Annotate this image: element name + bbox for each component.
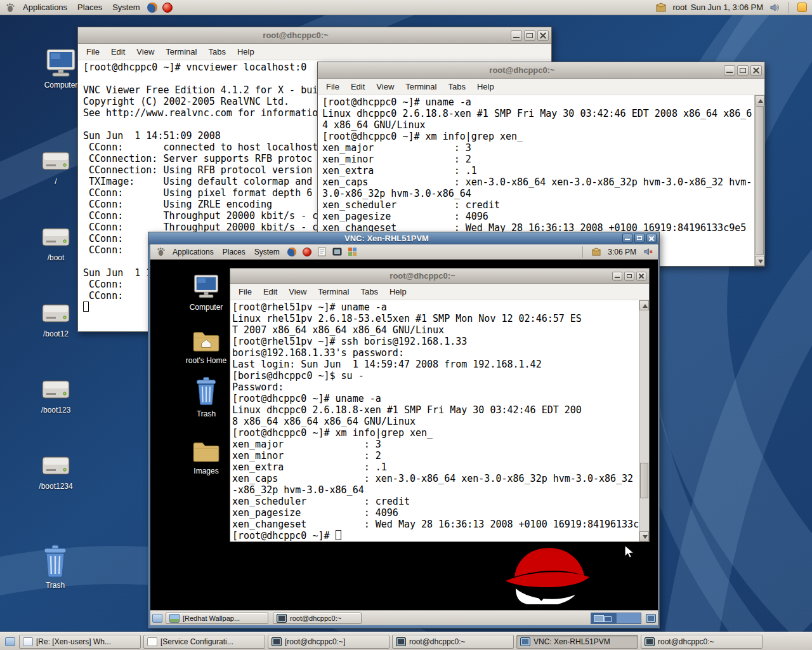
desktop-icon-boot123-volume[interactable]: /boot123 [29,376,82,415]
menu-edit[interactable]: Edit [258,285,283,298]
terminal-launcher-icon[interactable] [331,246,344,258]
desktop-icon-boot12-volume[interactable]: /boot12 [29,300,82,338]
menu-view[interactable]: View [131,45,160,58]
menu-tabs[interactable]: Tabs [202,45,231,58]
vnc-menu-applications[interactable]: Applications [168,246,218,258]
vnc-menu-places[interactable]: Places [218,246,250,258]
minimize-button[interactable] [622,234,632,242]
speaker-icon[interactable] [768,1,781,14]
vnc-bottom-taskbar: [Redhat Wallpap... root@dhcppc0:~ [150,611,658,625]
vnc-viewer-window[interactable]: VNC: Xen-RHL51PVM Applications Places Sy… [148,232,660,628]
menu-file[interactable]: File [320,80,345,93]
drive-icon [41,300,71,326]
vnc-desktop-icon-computer[interactable]: Computer [182,274,230,312]
maximize-button[interactable] [634,234,645,242]
scroll-up-button[interactable] [639,300,649,310]
workspace-2[interactable] [616,613,641,623]
task-vnc-viewer[interactable]: VNC: Xen-RHL51PVM [516,635,638,649]
desktop-icon-boot-volume[interactable]: /boot [29,223,82,262]
close-button[interactable] [750,65,762,76]
menu-view[interactable]: View [283,285,312,298]
window-list-icon[interactable] [4,635,16,648]
workspace-switcher[interactable] [591,613,641,624]
desktop-icon-label: Trash [46,581,65,590]
task-terminal-back[interactable]: root@dhcppc0:~ [392,635,514,649]
menu-places[interactable]: Places [72,1,107,13]
software-updater-icon[interactable] [301,246,313,258]
show-desktop-icon[interactable] [152,614,162,623]
vnc-clock-applet[interactable]: 3:06 PM [608,248,636,256]
menu-terminal[interactable]: Terminal [400,80,442,93]
menu-tabs[interactable]: Tabs [442,80,471,93]
scrollbar[interactable] [639,300,649,541]
menu-system[interactable]: System [107,1,145,13]
window-titlebar[interactable]: root@dhcppc0:~ [230,269,649,284]
apps-launcher-icon[interactable] [346,246,359,258]
scrollbar-thumb[interactable] [640,463,648,498]
menu-edit[interactable]: Edit [105,45,131,58]
menu-tabs[interactable]: Tabs [355,285,383,298]
clock-applet[interactable]: Sun Jun 1, 3:06 PM [691,3,763,12]
package-icon[interactable] [655,1,667,14]
scroll-up-button[interactable] [755,95,764,105]
vnc-task-terminal[interactable]: root@dhcppc0:~ [273,613,362,624]
minimize-button[interactable] [724,65,735,76]
software-updater-icon[interactable] [161,1,174,14]
desktop-icon-label: /boot123 [41,406,71,415]
close-button[interactable] [537,30,549,41]
gnome-foot-menu-icon[interactable] [154,246,167,258]
vnc-desktop-icon-images[interactable]: Images [182,440,230,475]
logged-in-user[interactable]: root [672,3,686,12]
notification-icon[interactable] [796,1,808,14]
menu-applications[interactable]: Applications [18,1,72,13]
vnc-terminal-window[interactable]: root@dhcppc0:~ File Edit View Terminal T… [230,268,650,542]
package-icon[interactable] [590,246,603,258]
vnc-remote-desktop[interactable]: Applications Places System 3:06 PM [150,244,658,625]
scrollbar-thumb[interactable] [756,106,764,255]
maximize-button[interactable] [524,30,535,41]
web-browser-icon[interactable] [285,246,298,258]
window-titlebar[interactable]: root@dhcppc0:~ [318,62,764,79]
gnome-foot-menu-icon[interactable] [4,1,16,14]
menu-terminal[interactable]: Terminal [160,45,202,58]
menu-terminal[interactable]: Terminal [312,285,355,298]
panel-divider [582,246,583,258]
close-button[interactable] [646,234,657,242]
task-terminal-middle[interactable]: root@dhcppc0:~ [641,635,763,649]
menu-view[interactable]: View [370,80,400,93]
task-terminal-minimized[interactable]: [root@dhcppc0:~] [268,635,390,649]
close-button[interactable] [636,272,646,281]
panel-applet-icon[interactable] [646,614,656,623]
vnc-window-titlebar[interactable]: VNC: Xen-RHL51PVM [148,232,659,244]
menu-help[interactable]: Help [232,45,260,58]
vnc-desktop-icon-home[interactable]: root's Home [182,329,230,365]
desktop-icon-boot1234-volume[interactable]: /boot1234 [29,452,82,491]
scroll-down-button[interactable] [639,531,649,541]
minimize-button[interactable] [612,272,622,281]
menu-edit[interactable]: Edit [345,80,370,93]
menu-help[interactable]: Help [471,80,500,93]
menu-file[interactable]: File [81,45,105,58]
scroll-down-button[interactable] [755,256,764,266]
desktop-icon-root-volume[interactable]: / [29,147,82,186]
window-titlebar[interactable]: root@dhcppc0:~ [78,27,551,44]
menu-file[interactable]: File [233,285,258,298]
workspace-1[interactable] [591,613,616,623]
task-xen-users-mail[interactable]: [Re: [Xen-users] Wh... [19,635,141,649]
firefox-icon[interactable] [146,1,159,14]
terminal-output-area[interactable]: [root@rhel51pv ~]# uname -aLinux rhel51p… [230,300,649,541]
task-service-configuration[interactable]: [Service Configurati... [143,635,265,649]
maximize-button[interactable] [624,272,634,281]
desktop-icon-trash[interactable]: Trash [29,545,82,590]
maximize-button[interactable] [737,65,749,76]
drive-icon [41,223,71,250]
notes-launcher-icon[interactable] [316,246,329,258]
speaker-muted-icon[interactable] [641,246,654,258]
scrollbar[interactable] [754,95,764,266]
minimize-button[interactable] [511,30,522,41]
vnc-menu-system[interactable]: System [250,246,284,258]
menu-help[interactable]: Help [384,285,412,298]
window-title: root@dhcppc0:~ [233,271,612,281]
vnc-task-wallpaper[interactable]: [Redhat Wallpap... [166,613,268,624]
vnc-desktop-icon-trash[interactable]: Trash [182,376,230,418]
